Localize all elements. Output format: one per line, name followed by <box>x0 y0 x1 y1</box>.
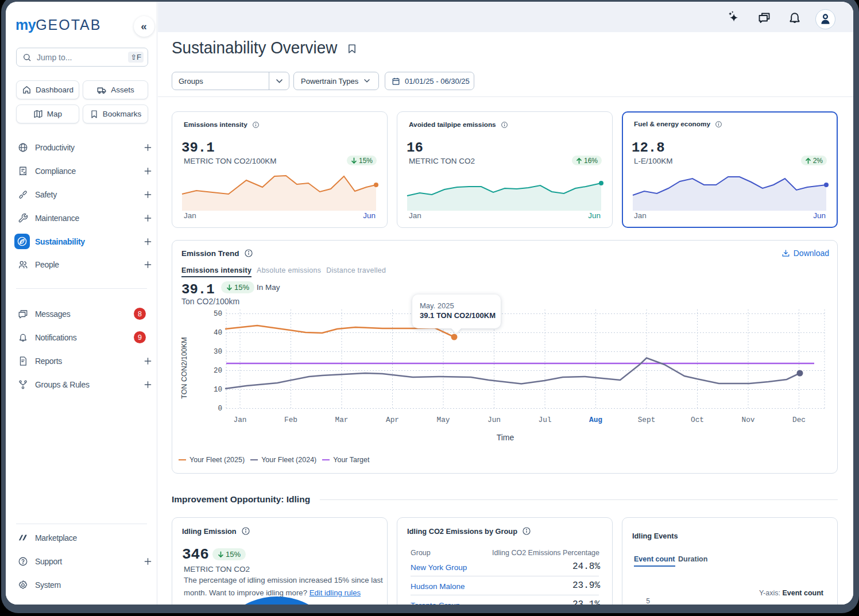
svg-text:Mar: Mar <box>335 416 348 424</box>
svg-text:Apr: Apr <box>386 416 399 424</box>
svg-text:30: 30 <box>214 348 222 356</box>
svg-text:10: 10 <box>214 386 222 394</box>
svg-text:May: May <box>436 416 450 424</box>
svg-text:Dec: Dec <box>792 416 806 424</box>
svg-text:Jun: Jun <box>487 416 501 424</box>
svg-text:Jan: Jan <box>233 416 246 424</box>
svg-text:Sept: Sept <box>638 416 656 424</box>
svg-text:40: 40 <box>214 329 222 337</box>
svg-text:Aug: Aug <box>589 416 602 424</box>
svg-text:20: 20 <box>214 367 222 375</box>
svg-text:Oct: Oct <box>691 416 704 424</box>
svg-text:0: 0 <box>218 405 222 413</box>
svg-text:Nov: Nov <box>741 416 754 424</box>
svg-text:Feb: Feb <box>284 416 297 424</box>
svg-text:TON CON2/100KM: TON CON2/100KM <box>180 337 188 398</box>
svg-text:Jul: Jul <box>538 416 551 424</box>
svg-text:50: 50 <box>214 310 222 318</box>
